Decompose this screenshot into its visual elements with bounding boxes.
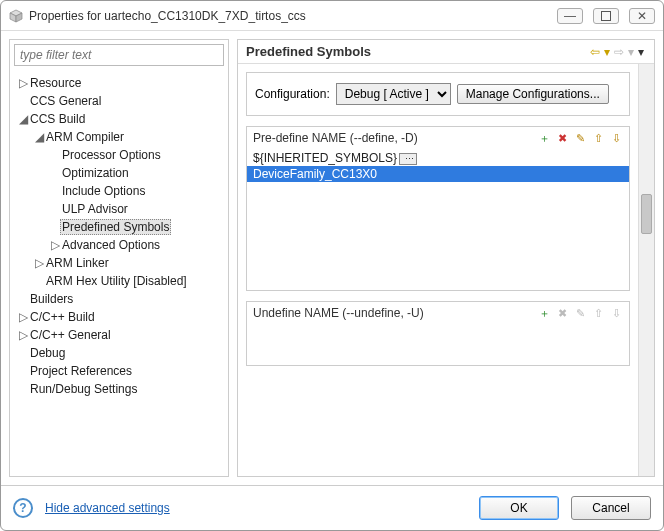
minimize-button[interactable]: — [557,8,583,24]
define-label: Pre-define NAME (--define, -D) [253,131,537,145]
window-title: Properties for uartecho_CC1310DK_7XD_tir… [29,9,557,23]
list-item[interactable]: DeviceFamily_CC13X0 [247,166,629,182]
dialog-footer: ? Hide advanced settings OK Cancel [1,485,663,530]
help-icon[interactable]: ? [13,498,33,518]
define-toolbar: Pre-define NAME (--define, -D) ＋ ✖ ✎ ⇧ ⇩ [247,127,629,150]
undefine-label: Undefine NAME (--undefine, -U) [253,306,537,320]
tree-item-include-options[interactable]: Include Options [60,184,147,198]
move-up-icon[interactable]: ⇧ [591,131,605,145]
titlebar: Properties for uartecho_CC1310DK_7XD_tir… [1,1,663,31]
filter-input[interactable] [14,44,224,66]
move-down-icon: ⇩ [609,306,623,320]
list-item[interactable]: ${INHERITED_SYMBOLS} [247,150,629,166]
settings-body: Configuration: Debug [ Active ] Manage C… [238,64,654,476]
category-tree[interactable]: ▷Resource CCS General ◢CCS Build ◢ARM Co… [10,70,228,476]
configuration-select[interactable]: Debug [ Active ] [336,83,451,105]
move-up-icon: ⇧ [591,306,605,320]
collapse-icon[interactable]: ◢ [18,110,28,128]
tree-item-advanced-options[interactable]: Advanced Options [60,238,162,252]
expand-icon[interactable]: ▷ [18,308,28,326]
undefine-toolbar: Undefine NAME (--undefine, -U) ＋ ✖ ✎ ⇧ ⇩ [247,302,629,325]
window-controls: — ✕ [557,8,655,24]
collapse-icon[interactable]: ◢ [34,128,44,146]
tree-item-builders[interactable]: Builders [28,292,75,306]
settings-pane: Predefined Symbols ⇦ ▾ ⇨ ▾ ▾ Configurati… [237,39,655,477]
tree-item-ccs-build[interactable]: CCS Build [28,112,87,126]
expand-icon[interactable]: ▷ [18,326,28,344]
maximize-button[interactable] [593,8,619,24]
define-group: Pre-define NAME (--define, -D) ＋ ✖ ✎ ⇧ ⇩… [246,126,630,291]
tree-item-c-cpp-build[interactable]: C/C++ Build [28,310,97,324]
view-menu-icon[interactable]: ▾ [636,45,646,59]
dialog-body: ▷Resource CCS General ◢CCS Build ◢ARM Co… [1,31,663,530]
manage-configurations-button[interactable]: Manage Configurations... [457,84,609,104]
ok-button[interactable]: OK [479,496,559,520]
close-button[interactable]: ✕ [629,8,655,24]
tree-item-arm-linker[interactable]: ARM Linker [44,256,111,270]
add-icon[interactable]: ＋ [537,306,551,320]
content-area: ▷Resource CCS General ◢CCS Build ◢ARM Co… [1,31,663,485]
expand-icon[interactable]: ▷ [18,74,28,92]
tree-item-ulp-advisor[interactable]: ULP Advisor [60,202,130,216]
expand-icon[interactable]: ▷ [34,254,44,272]
edit-icon: ✎ [573,306,587,320]
tree-item-debug[interactable]: Debug [28,346,67,360]
tree-item-run-debug-settings[interactable]: Run/Debug Settings [28,382,139,396]
tree-item-project-references[interactable]: Project References [28,364,134,378]
app-icon [9,9,23,23]
define-list[interactable]: ${INHERITED_SYMBOLS} DeviceFamily_CC13X0 [247,150,629,290]
tree-item-arm-compiler[interactable]: ARM Compiler [44,130,126,144]
filter-box [14,44,224,66]
undefine-group: Undefine NAME (--undefine, -U) ＋ ✖ ✎ ⇧ ⇩ [246,301,630,366]
hide-advanced-link[interactable]: Hide advanced settings [45,501,170,515]
scrollbar-thumb[interactable] [641,194,652,234]
vertical-scrollbar[interactable] [638,64,654,476]
add-icon[interactable]: ＋ [537,131,551,145]
tree-item-optimization[interactable]: Optimization [60,166,131,180]
undefine-list[interactable] [247,325,629,365]
tree-item-ccs-general[interactable]: CCS General [28,94,103,108]
page-title: Predefined Symbols [246,44,588,59]
delete-icon[interactable]: ✖ [555,131,569,145]
expand-icon[interactable]: ▷ [50,236,60,254]
configuration-label: Configuration: [255,87,330,101]
cancel-button[interactable]: Cancel [571,496,651,520]
configuration-group: Configuration: Debug [ Active ] Manage C… [246,72,630,116]
tree-item-predefined-symbols[interactable]: Predefined Symbols [60,219,171,235]
tree-item-c-cpp-general[interactable]: C/C++ General [28,328,113,342]
tree-item-resource[interactable]: Resource [28,76,83,90]
delete-icon: ✖ [555,306,569,320]
tree-item-arm-hex-utility[interactable]: ARM Hex Utility [Disabled] [44,274,189,288]
properties-dialog: Properties for uartecho_CC1310DK_7XD_tir… [0,0,664,531]
back-menu-icon[interactable]: ▾ [602,45,612,59]
edit-icon[interactable]: ✎ [573,131,587,145]
forward-icon: ⇨ [612,45,626,59]
tree-item-processor-options[interactable]: Processor Options [60,148,163,162]
move-down-icon[interactable]: ⇩ [609,131,623,145]
category-tree-pane: ▷Resource CCS General ◢CCS Build ◢ARM Co… [9,39,229,477]
settings-header: Predefined Symbols ⇦ ▾ ⇨ ▾ ▾ [238,40,654,64]
back-icon[interactable]: ⇦ [588,45,602,59]
forward-menu-icon: ▾ [626,45,636,59]
